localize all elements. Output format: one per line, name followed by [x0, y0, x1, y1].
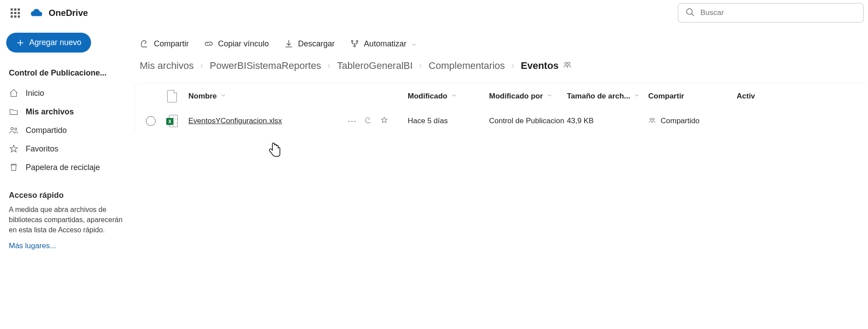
- brand: OneDrive: [30, 8, 88, 18]
- cell-size: 43,9 KB: [567, 117, 648, 125]
- quick-access-title: Acceso rápido: [9, 191, 128, 200]
- chevron-down-icon: [547, 92, 553, 101]
- chevron-right-icon: [198, 62, 205, 69]
- add-new-label: Agregar nuevo: [29, 38, 81, 47]
- svg-point-12: [653, 118, 655, 120]
- column-activity[interactable]: Activ: [737, 92, 868, 101]
- sidebar-item-label: Mis archivos: [26, 107, 74, 117]
- people-shared-icon: [563, 60, 572, 72]
- svg-point-5: [15, 128, 17, 130]
- cell-share[interactable]: Compartido: [661, 117, 700, 125]
- column-size[interactable]: Tamaño de arch...: [567, 92, 648, 101]
- tool-label: Descargar: [298, 39, 335, 49]
- breadcrumb-current: Eventos: [521, 60, 559, 72]
- cell-modified: Hace 5 días: [408, 117, 489, 125]
- svg-point-0: [687, 8, 692, 14]
- share-icon: [140, 39, 149, 49]
- onedrive-cloud-icon: [30, 8, 43, 17]
- excel-file-icon: X: [166, 115, 178, 127]
- svg-point-11: [650, 118, 652, 120]
- search-input[interactable]: [700, 8, 856, 17]
- file-name-link[interactable]: EventosYConfiguracion.xlsx: [188, 117, 282, 125]
- sidebar-item-label: Inicio: [26, 89, 44, 98]
- document-icon: [166, 90, 177, 102]
- quick-access-desc: A medida que abra archivos de biblioteca…: [9, 204, 124, 235]
- column-label: Activ: [737, 92, 755, 101]
- column-modified[interactable]: Modificado: [408, 92, 489, 101]
- more-actions-button[interactable]: ⋯: [348, 117, 356, 125]
- breadcrumb-item[interactable]: PowerBISistemaReportes: [210, 60, 321, 72]
- svg-point-4: [11, 128, 13, 130]
- quick-access-more-link[interactable]: Más lugares...: [9, 242, 56, 250]
- excel-badge: X: [166, 118, 173, 125]
- sidebar: Agregar nuevo Control de Publicacione...…: [0, 26, 133, 329]
- sidebar-item-compartido[interactable]: Compartido: [4, 121, 128, 140]
- add-new-button[interactable]: Agregar nuevo: [6, 33, 91, 53]
- sidebar-item-label: Papelera de reciclaje: [26, 163, 100, 172]
- column-label: Tamaño de arch...: [567, 92, 630, 101]
- breadcrumb: Mis archivos PowerBISistemaReportes Tabl…: [133, 60, 868, 84]
- column-share[interactable]: Compartir: [648, 92, 737, 101]
- download-button[interactable]: Descargar: [284, 39, 335, 49]
- search-icon: [685, 8, 695, 19]
- column-filetype[interactable]: [166, 90, 188, 102]
- chevron-down-icon: [220, 92, 226, 101]
- svg-point-10: [568, 62, 570, 64]
- svg-point-7: [356, 41, 358, 42]
- trash-icon: [9, 163, 19, 172]
- sidebar-item-mis-archivos[interactable]: Mis archivos: [4, 102, 128, 121]
- breadcrumb-item[interactable]: Complementarios: [428, 60, 505, 72]
- svg-line-1: [692, 13, 694, 16]
- share-button[interactable]: Compartir: [140, 39, 189, 49]
- breadcrumb-item[interactable]: TableroGeneralBI: [337, 60, 413, 72]
- breadcrumb-item[interactable]: Mis archivos: [140, 60, 194, 72]
- plus-icon: [16, 38, 25, 47]
- library-title: Control de Publicacione...: [9, 68, 128, 78]
- chevron-down-icon: [634, 92, 640, 101]
- column-label: Modificado por: [489, 92, 543, 101]
- sidebar-item-label: Favoritos: [26, 144, 58, 154]
- column-name[interactable]: Nombre: [188, 92, 348, 101]
- tool-label: Compartir: [154, 39, 189, 49]
- svg-point-6: [352, 41, 353, 42]
- file-list: Nombre Modificado Modificado por Tamaño …: [135, 84, 868, 133]
- tool-label: Copiar vínculo: [218, 39, 269, 49]
- column-label: Modificado: [408, 92, 447, 101]
- column-label: Compartir: [648, 92, 684, 101]
- table-header: Nombre Modificado Modificado por Tamaño …: [135, 84, 868, 109]
- automate-button[interactable]: Automatizar: [350, 39, 417, 49]
- sidebar-item-favoritos[interactable]: Favoritos: [4, 140, 128, 158]
- star-icon: [9, 144, 19, 154]
- waffle-icon: [11, 8, 20, 18]
- people-icon: [648, 116, 656, 126]
- main-content: Compartir Copiar vínculo Descargar Autom…: [133, 26, 868, 329]
- column-label: Nombre: [188, 92, 217, 101]
- brand-name: OneDrive: [49, 8, 88, 18]
- chevron-down-icon: [451, 92, 457, 101]
- chevron-right-icon: [417, 62, 424, 69]
- svg-point-8: [354, 45, 356, 47]
- home-icon: [9, 88, 19, 98]
- tool-label: Automatizar: [364, 39, 406, 49]
- column-modifiedby[interactable]: Modificado por: [489, 92, 567, 101]
- search-box[interactable]: [678, 3, 864, 23]
- chevron-down-icon: [411, 41, 417, 47]
- download-icon: [284, 39, 294, 49]
- cell-modifiedby: Control de Publicacion: [489, 117, 567, 125]
- chevron-right-icon: [509, 62, 516, 69]
- command-bar: Compartir Copiar vínculo Descargar Autom…: [133, 34, 868, 60]
- sidebar-item-papelera[interactable]: Papelera de reciclaje: [4, 158, 128, 177]
- link-icon: [204, 39, 214, 49]
- folder-icon: [9, 107, 19, 117]
- people-icon: [9, 125, 19, 135]
- svg-point-9: [565, 62, 567, 64]
- sidebar-item-label: Compartido: [26, 126, 67, 135]
- flow-icon: [350, 39, 359, 49]
- table-row[interactable]: X EventosYConfiguracion.xlsx ⋯ Hace 5 dí…: [135, 109, 868, 133]
- favorite-star-icon[interactable]: [380, 116, 388, 126]
- copy-link-button[interactable]: Copiar vínculo: [204, 39, 269, 49]
- share-icon[interactable]: [364, 116, 372, 126]
- app-launcher[interactable]: [4, 2, 26, 23]
- row-select-radio[interactable]: [146, 116, 156, 126]
- sidebar-item-inicio[interactable]: Inicio: [4, 84, 128, 102]
